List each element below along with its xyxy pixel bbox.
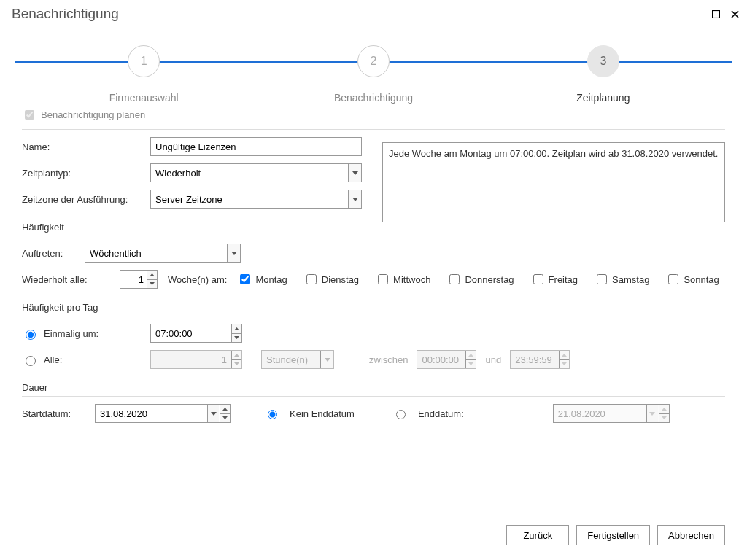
spin-up-icon[interactable]: [231, 324, 241, 334]
label-every: Alle:: [44, 354, 144, 365]
frequency-heading: Häufigkeit: [22, 222, 725, 236]
name-input[interactable]: [150, 137, 362, 156]
spin-down-icon[interactable]: [147, 280, 157, 289]
label-no-end: Kein Enddatum: [290, 408, 355, 419]
svg-marker-3: [352, 171, 358, 175]
close-icon[interactable]: [729, 9, 740, 19]
back-button[interactable]: Zurück: [506, 525, 569, 545]
chevron-down-icon[interactable]: [227, 244, 240, 262]
spin-down-icon: [465, 360, 476, 369]
label-timezone: Zeitzone der Ausführung:: [22, 194, 150, 205]
svg-marker-20: [649, 412, 655, 416]
once-at-radio[interactable]: [26, 330, 36, 340]
svg-marker-19: [222, 416, 228, 419]
svg-marker-9: [234, 336, 239, 339]
every-count-input: [150, 350, 242, 369]
spin-up-icon: [559, 351, 569, 360]
label-between: zwischen: [369, 354, 408, 365]
chevron-down-icon: [646, 405, 658, 422]
svg-marker-7: [150, 282, 155, 285]
step-3: 3 Zeitplanung: [530, 45, 676, 104]
label-once-at: Einmalig um:: [44, 328, 144, 339]
svg-marker-22: [662, 416, 667, 419]
day-tue-checkbox[interactable]: [306, 274, 317, 284]
svg-marker-11: [234, 362, 239, 365]
spin-down-icon[interactable]: [231, 334, 241, 343]
chevron-down-icon: [320, 351, 333, 368]
day-fri-checkbox[interactable]: [533, 274, 543, 284]
spin-up-icon[interactable]: [147, 271, 157, 280]
window-title: Benachrichtigung: [12, 6, 119, 22]
plan-checkbox[interactable]: [25, 110, 34, 120]
finish-button[interactable]: Fertigstellen: [576, 525, 650, 545]
day-mon-checkbox[interactable]: [240, 274, 250, 284]
spin-up-icon: [659, 405, 669, 414]
spin-up-icon[interactable]: [220, 405, 230, 414]
spin-down-icon: [231, 360, 241, 369]
svg-marker-16: [562, 362, 567, 365]
spin-up-icon: [231, 351, 241, 360]
schedule-summary: Jede Woche am Montag um 07:00:00. Zeitpl…: [382, 142, 725, 222]
step-1: 1 Firmenauswahl: [71, 45, 217, 104]
label-start-date: Startdatum:: [22, 408, 85, 419]
spin-down-icon: [659, 414, 669, 423]
label-weeks-on: Woche(n) am:: [168, 274, 227, 285]
svg-marker-8: [234, 327, 239, 330]
wizard-steps: 1 Firmenauswahl 2 Benachrichtigung 3 Zei…: [15, 45, 732, 96]
plan-checkbox-label: Benachrichtigung planen: [41, 109, 145, 120]
label-name: Name:: [22, 141, 150, 152]
occurrence-select[interactable]: [85, 244, 241, 262]
svg-marker-15: [562, 354, 567, 357]
duration-heading: Dauer: [22, 382, 725, 397]
svg-marker-10: [234, 354, 239, 357]
svg-marker-12: [325, 358, 330, 362]
schedule-type-select[interactable]: [150, 163, 362, 182]
day-sun-checkbox[interactable]: [668, 274, 678, 284]
svg-marker-4: [352, 198, 358, 201]
every-radio[interactable]: [26, 356, 36, 366]
maximize-icon[interactable]: [711, 9, 721, 19]
svg-marker-17: [211, 412, 217, 416]
once-time-input[interactable]: [150, 324, 242, 343]
svg-marker-5: [231, 252, 237, 255]
end-date-radio[interactable]: [396, 410, 406, 419]
spin-up-icon: [465, 351, 476, 360]
day-thu-checkbox[interactable]: [449, 274, 460, 284]
timezone-select[interactable]: [150, 190, 362, 209]
svg-marker-21: [662, 408, 667, 411]
label-schedule-type: Zeitplantyp:: [22, 168, 150, 179]
svg-marker-6: [150, 273, 155, 276]
no-end-date-radio[interactable]: [268, 410, 277, 419]
label-occurrence: Auftreten:: [22, 248, 85, 259]
cancel-button[interactable]: Abbrechen: [657, 525, 725, 545]
label-and: und: [485, 354, 501, 365]
svg-marker-13: [468, 354, 473, 357]
chevron-down-icon[interactable]: [348, 164, 361, 182]
day-sat-checkbox[interactable]: [597, 274, 607, 284]
svg-marker-18: [222, 408, 228, 411]
label-end-date: Enddatum:: [418, 408, 464, 419]
svg-marker-14: [468, 362, 473, 365]
spin-down-icon: [559, 360, 569, 369]
chevron-down-icon[interactable]: [207, 405, 219, 422]
svg-rect-0: [712, 10, 719, 18]
daily-frequency-heading: Häufigkeit pro Tag: [22, 302, 725, 316]
label-repeat-every: Wiederholt alle:: [22, 274, 109, 285]
day-wed-checkbox[interactable]: [378, 274, 388, 284]
step-2: 2 Benachrichtigung: [301, 45, 446, 104]
chevron-down-icon[interactable]: [348, 190, 361, 208]
spin-down-icon[interactable]: [220, 414, 230, 423]
